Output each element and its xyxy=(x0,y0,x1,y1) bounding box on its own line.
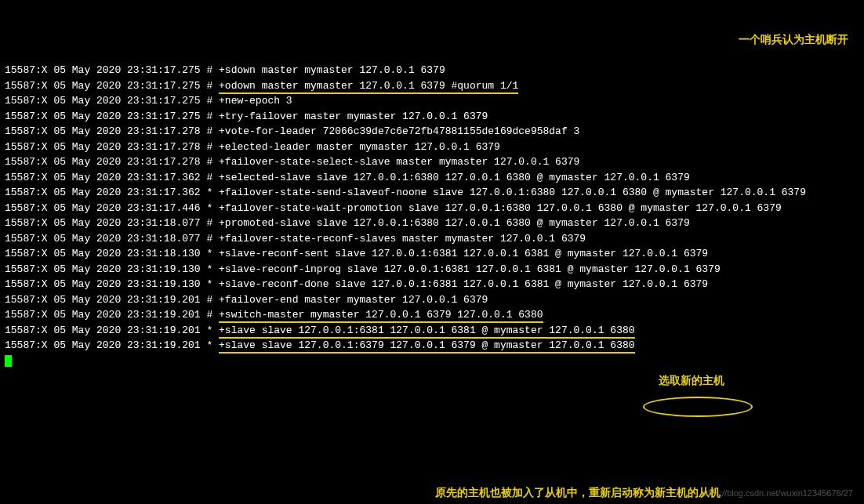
odown-underline: +odown master mymaster 127.0.0.1 6379 #q… xyxy=(219,80,518,94)
switch-master-underline: +switch-master mymaster 127.0.0.1 6379 1… xyxy=(219,309,543,323)
watermark-text: https://blog.csdn.net/wuxin12345678/27 xyxy=(701,487,853,500)
slave-6381-underline: +slave slave 127.0.0.1:6381 127.0.0.1 63… xyxy=(219,325,635,339)
log-l9: 15587:X 05 May 2020 23:31:17.446 * +fail… xyxy=(5,202,782,214)
annotation-old-master-slave: 原先的主机也被加入了从机中，重新启动称为新主机的从机 xyxy=(435,484,721,501)
annotation-sentinel-sdown: 一个哨兵认为主机断开 xyxy=(739,31,848,48)
log-l6: 15587:X 05 May 2020 23:31:17.278 # +fail… xyxy=(5,156,579,168)
log-l8: 15587:X 05 May 2020 23:31:17.362 * +fail… xyxy=(5,187,806,198)
terminal-cursor[interactable] xyxy=(5,355,12,367)
log-l14: 15587:X 05 May 2020 23:31:19.130 * +slav… xyxy=(5,278,708,290)
ip-port-circle xyxy=(643,397,753,417)
log-l16: 15587:X 05 May 2020 23:31:19.201 # +swit… xyxy=(5,309,543,323)
log-l17: 15587:X 05 May 2020 23:31:19.201 * +slav… xyxy=(5,325,635,339)
log-l11: 15587:X 05 May 2020 23:31:18.077 # +fail… xyxy=(5,233,586,245)
log-l4: 15587:X 05 May 2020 23:31:17.278 # +vote… xyxy=(5,125,579,137)
log-l5: 15587:X 05 May 2020 23:31:17.278 # +elec… xyxy=(5,141,500,153)
log-l7: 15587:X 05 May 2020 23:31:17.362 # +sele… xyxy=(5,172,690,183)
log-l10: 15587:X 05 May 2020 23:31:18.077 # +prom… xyxy=(5,217,690,229)
log-l0: 15587:X 05 May 2020 23:31:17.275 # +sdow… xyxy=(5,64,445,76)
log-l1: 15587:X 05 May 2020 23:31:17.275 # +odow… xyxy=(5,80,518,94)
slave-6379-underline: +slave slave 127.0.0.1:6379 127.0.0.1 63… xyxy=(219,339,635,354)
terminal-output: 15587:X 05 May 2020 23:31:17.275 # +sdow… xyxy=(5,63,859,368)
log-l3: 15587:X 05 May 2020 23:31:17.275 # +try-… xyxy=(5,111,488,122)
annotation-new-master: 选取新的主机 xyxy=(659,372,724,389)
log-l13: 15587:X 05 May 2020 23:31:19.130 * +slav… xyxy=(5,263,721,275)
log-l18: 15587:X 05 May 2020 23:31:19.201 * +slav… xyxy=(5,339,635,354)
log-l12: 15587:X 05 May 2020 23:31:18.130 * +slav… xyxy=(5,248,708,259)
log-l15: 15587:X 05 May 2020 23:31:19.201 # +fail… xyxy=(5,294,488,306)
log-l2: 15587:X 05 May 2020 23:31:17.275 # +new-… xyxy=(5,95,292,107)
